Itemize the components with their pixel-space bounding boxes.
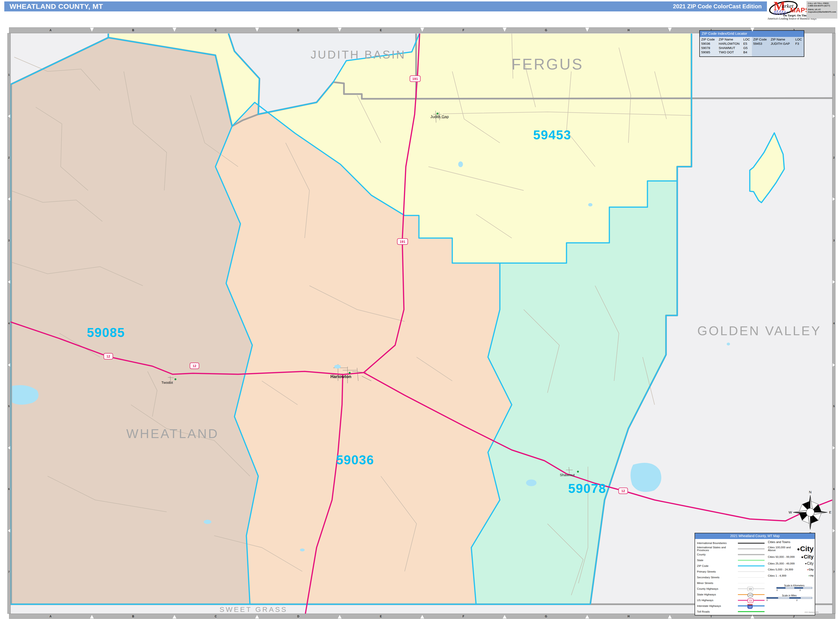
zip-label-59453: 59453 bbox=[533, 128, 571, 142]
county-label-sweet-grass: SWEET GRASS bbox=[220, 606, 287, 613]
line-sample-international bbox=[738, 543, 765, 544]
scale-miles: Scale in Miles 02 bbox=[767, 594, 812, 601]
zip-index-row: 59078 SHAWMUT G5 bbox=[701, 46, 750, 50]
zip-index-row: 59453 JUDITH GAP F3 bbox=[753, 42, 803, 46]
zip-index-right: ZIP Code ZIP Name LOC 59453 JUDITH GAP F… bbox=[752, 37, 804, 57]
zip-index-left: ZIP Code ZIP Name LOC 59036 HARLOWTON E5… bbox=[700, 37, 752, 57]
compass-n: N bbox=[809, 490, 812, 494]
svg-text:191: 191 bbox=[412, 77, 418, 81]
zip-region-59085 bbox=[10, 37, 258, 604]
county-label-wheatland: WHEATLAND bbox=[126, 426, 219, 441]
line-sample-zip bbox=[738, 565, 765, 567]
zip-index-header-row: ZIP Code ZIP Name LOC bbox=[701, 37, 750, 42]
zip-index-row: 59085 TWO DOT B4 bbox=[701, 50, 750, 55]
copyright-note: 2021 MarketMAPS bbox=[804, 612, 819, 613]
zip-label-59078: 59078 bbox=[568, 481, 606, 495]
county-label-golden-valley: GOLDEN VALLEY bbox=[697, 323, 821, 338]
scale-kilometers: Scale in Kilometers 02 bbox=[776, 584, 812, 591]
zip-label-59036: 59036 bbox=[336, 453, 374, 467]
line-sample-primary bbox=[738, 571, 765, 572]
line-sample-county bbox=[738, 554, 765, 555]
line-sample-us-hwy: 123 bbox=[738, 600, 765, 601]
zip-index-header-row: ZIP Code ZIP Name LOC bbox=[753, 37, 803, 42]
town-harlowton: Harlowton bbox=[330, 374, 351, 379]
line-sample-state bbox=[738, 560, 765, 561]
zip-index-row: 59036 HARLOWTON E5 bbox=[701, 42, 750, 46]
compass-e: E bbox=[829, 510, 831, 514]
line-sample-interstate: 123 bbox=[738, 606, 765, 606]
town-shawmut: Shawmut bbox=[560, 473, 575, 477]
svg-text:12: 12 bbox=[106, 354, 110, 358]
line-sample-state-hwy: 123 bbox=[738, 594, 765, 595]
town-judith-gap: Judith Gap bbox=[430, 115, 449, 119]
svg-text:12: 12 bbox=[193, 364, 196, 368]
legend: 2021 Wheatland County, MT Map Internatio… bbox=[695, 533, 815, 615]
line-sample-county-hwy: 123 bbox=[738, 589, 765, 589]
county-map: 12 12 12 191 191 bbox=[0, 0, 840, 619]
line-sample-toll bbox=[738, 611, 765, 612]
zip-label-59085: 59085 bbox=[87, 325, 125, 339]
town-twodot: Twodot bbox=[161, 380, 173, 384]
county-label-judith-basin: JUDITH BASIN bbox=[311, 48, 406, 61]
page: WHEATLAND COUNTY, MT 2021 ZIP Code Color… bbox=[0, 0, 840, 619]
legend-title: 2021 Wheatland County, MT Map bbox=[695, 533, 815, 539]
line-sample-minor bbox=[738, 583, 765, 583]
svg-text:191: 191 bbox=[400, 240, 405, 244]
zip-index-table: ZIP Code Index/Grid Locator ZIP Code ZIP… bbox=[700, 30, 804, 57]
cities-header: Cities and Towns bbox=[768, 540, 790, 544]
svg-text:12: 12 bbox=[621, 489, 625, 493]
county-label-fergus: FERGUS bbox=[511, 56, 584, 73]
compass-w: W bbox=[789, 510, 792, 514]
